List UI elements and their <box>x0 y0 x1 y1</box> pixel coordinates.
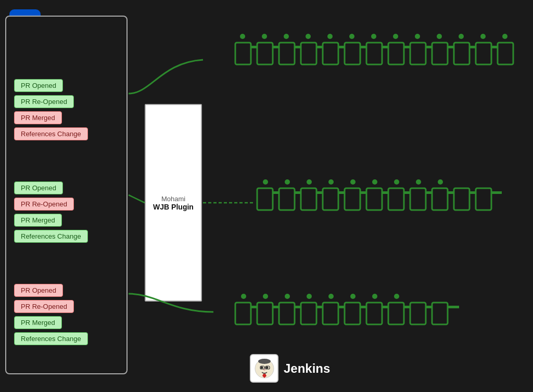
svg-rect-59 <box>235 306 459 308</box>
svg-point-58 <box>394 294 399 299</box>
svg-rect-48 <box>432 188 448 210</box>
plugin-title: WJB Plugin <box>153 203 194 211</box>
svg-point-55 <box>328 294 334 299</box>
trigger-group-2: PR Opened PR Re-Opened PR Merged Referen… <box>14 176 119 248</box>
svg-point-36 <box>394 179 399 185</box>
svg-rect-60 <box>235 303 251 324</box>
jenkins-area: Jenkins <box>250 354 330 383</box>
svg-point-32 <box>307 179 312 185</box>
svg-rect-50 <box>476 188 491 210</box>
svg-rect-42 <box>301 188 316 210</box>
svg-point-73 <box>265 366 268 369</box>
plugin-box: Mohami WJB Plugin <box>145 104 202 302</box>
svg-rect-23 <box>366 43 382 64</box>
svg-point-38 <box>438 179 443 185</box>
svg-point-31 <box>285 179 290 185</box>
svg-line-2 <box>129 195 145 203</box>
jenkins-icon <box>250 354 278 383</box>
svg-rect-18 <box>257 43 273 64</box>
svg-rect-62 <box>279 303 295 324</box>
svg-point-52 <box>263 294 268 299</box>
pipeline-mid-dots <box>263 179 443 185</box>
pipeline-mid-blocks <box>257 188 502 210</box>
badge-pr-reopened-2[interactable]: PR Re-Opened <box>14 198 74 211</box>
svg-rect-16 <box>235 46 511 48</box>
svg-point-9 <box>371 34 376 39</box>
svg-rect-63 <box>301 303 316 324</box>
svg-rect-40 <box>257 188 273 210</box>
svg-rect-49 <box>454 188 469 210</box>
svg-rect-27 <box>454 43 469 64</box>
badge-pr-opened-2[interactable]: PR Opened <box>14 181 63 194</box>
jenkins-label: Jenkins <box>284 361 330 376</box>
svg-rect-28 <box>476 43 491 64</box>
svg-point-5 <box>284 34 289 39</box>
svg-point-37 <box>416 179 421 185</box>
svg-rect-41 <box>279 188 295 210</box>
svg-point-15 <box>502 34 507 39</box>
pipeline-top-blocks <box>235 43 513 64</box>
svg-point-13 <box>459 34 464 39</box>
svg-rect-19 <box>279 43 295 64</box>
svg-rect-66 <box>366 303 382 324</box>
svg-rect-47 <box>410 188 426 210</box>
pipeline-bot-blocks <box>235 303 459 324</box>
svg-rect-64 <box>323 303 338 324</box>
svg-point-51 <box>241 294 246 299</box>
svg-point-57 <box>372 294 377 299</box>
svg-point-35 <box>372 179 377 185</box>
plugin-name: Mohami <box>161 195 185 203</box>
svg-point-8 <box>349 34 354 39</box>
svg-point-14 <box>480 34 486 39</box>
svg-point-4 <box>262 34 267 39</box>
svg-rect-20 <box>301 43 316 64</box>
badge-references-change-2[interactable]: References Change <box>14 230 88 243</box>
trigger-group-3: PR Opened PR Re-Opened PR Merged Referen… <box>14 279 119 350</box>
svg-rect-65 <box>345 303 360 324</box>
svg-point-53 <box>285 294 290 299</box>
badge-pr-merged-1[interactable]: PR Merged <box>14 111 62 124</box>
svg-point-11 <box>415 34 420 39</box>
badge-references-change-1[interactable]: References Change <box>14 127 88 140</box>
badge-pr-merged-3[interactable]: PR Merged <box>14 316 62 329</box>
badge-pr-reopened-1[interactable]: PR Re-Opened <box>14 95 74 108</box>
trigger-group-1: PR Opened PR Re-Opened PR Merged Referen… <box>14 74 119 146</box>
svg-point-30 <box>263 179 268 185</box>
badge-pr-opened-3[interactable]: PR Opened <box>14 284 63 297</box>
svg-rect-26 <box>432 43 448 64</box>
pipeline-top-dots <box>240 34 507 39</box>
svg-rect-21 <box>323 43 338 64</box>
badge-pr-opened-1[interactable]: PR Opened <box>14 79 63 92</box>
svg-point-71 <box>258 359 271 364</box>
left-panel: PR Opened PR Re-Opened PR Merged Referen… <box>5 16 128 374</box>
svg-rect-69 <box>432 303 448 324</box>
svg-rect-68 <box>410 303 426 324</box>
svg-point-34 <box>350 179 356 185</box>
svg-rect-43 <box>323 188 338 210</box>
svg-rect-25 <box>410 43 426 64</box>
svg-rect-45 <box>366 188 382 210</box>
svg-point-72 <box>260 366 263 369</box>
svg-point-12 <box>437 34 442 39</box>
badge-pr-merged-2[interactable]: PR Merged <box>14 214 62 227</box>
svg-point-3 <box>240 34 245 39</box>
badge-references-change-3[interactable]: References Change <box>14 332 88 345</box>
svg-point-56 <box>350 294 356 299</box>
svg-point-7 <box>327 34 333 39</box>
svg-rect-22 <box>345 43 360 64</box>
pipeline-bot-dots <box>241 294 399 299</box>
badge-pr-reopened-3[interactable]: PR Re-Opened <box>14 300 74 313</box>
svg-point-54 <box>307 294 312 299</box>
svg-rect-46 <box>388 188 404 210</box>
svg-point-6 <box>306 34 311 39</box>
svg-rect-39 <box>257 191 502 194</box>
svg-rect-17 <box>235 43 251 64</box>
svg-rect-67 <box>388 303 404 324</box>
svg-point-10 <box>393 34 398 39</box>
svg-point-33 <box>328 179 334 185</box>
svg-rect-29 <box>498 43 513 64</box>
svg-rect-44 <box>345 188 360 210</box>
svg-rect-24 <box>388 43 404 64</box>
svg-rect-61 <box>257 303 273 324</box>
